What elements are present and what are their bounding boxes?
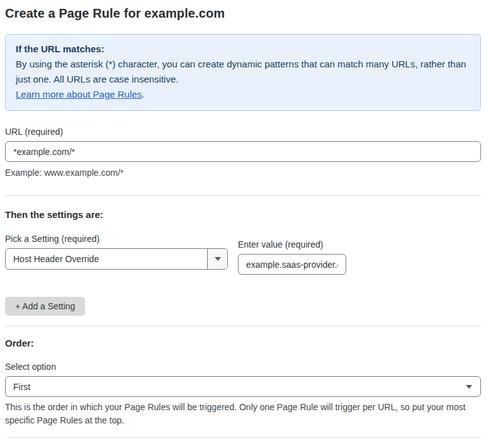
learn-more-page-rules-link[interactable]: Learn more about Page Rules bbox=[16, 89, 142, 100]
pick-setting-label: Pick a Setting (required) bbox=[5, 234, 228, 244]
info-box-body: By using the asterisk (*) character, you… bbox=[16, 57, 470, 87]
order-select-label: Select option bbox=[5, 362, 481, 372]
url-label: URL (required) bbox=[5, 127, 481, 137]
order-description: This is the order in which your Page Rul… bbox=[5, 401, 476, 427]
url-matches-info-box: If the URL matches: By using the asteris… bbox=[5, 34, 481, 111]
setting-picker-group: Pick a Setting (required) Host Header Ov… bbox=[5, 234, 228, 270]
divider bbox=[5, 326, 481, 326]
info-box-link-line: Learn more about Page Rules. bbox=[16, 87, 470, 102]
chevron-down-icon bbox=[466, 385, 472, 389]
add-setting-button[interactable]: + Add a Setting bbox=[5, 297, 85, 316]
order-select[interactable]: First bbox=[5, 376, 481, 397]
setting-row: Pick a Setting (required) Host Header Ov… bbox=[5, 234, 481, 275]
info-box-heading: If the URL matches: bbox=[16, 42, 470, 57]
order-section-heading: Order: bbox=[5, 338, 481, 348]
link-period: . bbox=[142, 89, 144, 100]
url-input[interactable] bbox=[5, 141, 481, 162]
enter-value-label: Enter value (required) bbox=[238, 239, 346, 250]
chevron-down-icon bbox=[215, 257, 221, 261]
setting-select-value: Host Header Override bbox=[6, 249, 207, 269]
setting-select-arrow-button[interactable] bbox=[207, 249, 227, 269]
settings-section-heading: Then the settings are: bbox=[5, 209, 481, 220]
setting-value-group: Enter value (required) bbox=[238, 239, 346, 275]
url-example-hint: Example: www.example.com/* bbox=[5, 166, 481, 180]
page-title: Create a Page Rule for example.com bbox=[5, 6, 481, 21]
divider bbox=[5, 195, 481, 196]
setting-select[interactable]: Host Header Override bbox=[5, 248, 228, 270]
setting-value-input[interactable] bbox=[238, 254, 346, 275]
add-setting-row: + Add a Setting bbox=[5, 297, 481, 316]
divider bbox=[5, 437, 481, 438]
order-select-value: First bbox=[13, 382, 30, 392]
url-field-group: URL (required) Example: www.example.com/… bbox=[5, 127, 481, 180]
